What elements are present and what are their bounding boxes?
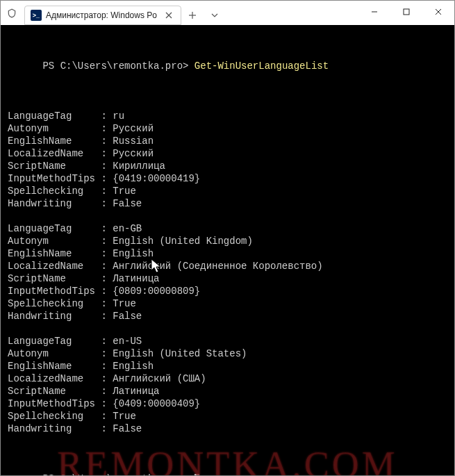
titlebar: >_ Администратор: Windows Po — [1, 1, 454, 25]
close-button[interactable] — [422, 1, 454, 23]
svg-rect-5 — [404, 9, 409, 15]
prompt-prefix: PS C:\Users\remontka.pro> — [42, 60, 194, 72]
prompt-command: Get-WinUserLanguageList — [195, 60, 329, 72]
output-record: LanguageTag : en-GB Autonym : English (U… — [8, 222, 447, 322]
text-cursor — [195, 474, 199, 475]
output-records: LanguageTag : ru Autonym : Русский Engli… — [8, 110, 447, 435]
maximize-button[interactable] — [390, 1, 422, 23]
prompt-prefix: PS C:\Users\remontka.pro> — [42, 473, 194, 475]
window-controls — [358, 1, 454, 25]
window-frame: >_ Администратор: Windows Po — [0, 0, 455, 476]
terminal-content[interactable]: PS C:\Users\remontka.pro> Get-WinUserLan… — [1, 25, 454, 475]
prompt-line-2: PS C:\Users\remontka.pro> — [8, 460, 447, 475]
tab-controls — [181, 6, 226, 25]
tab-title: Администратор: Windows Po — [46, 10, 157, 20]
shield-icon — [6, 8, 17, 19]
tab-powershell[interactable]: >_ Администратор: Windows Po — [24, 6, 181, 25]
minimize-button[interactable] — [358, 1, 390, 23]
prompt-line-1: PS C:\Users\remontka.pro> Get-WinUserLan… — [8, 47, 447, 85]
tab-close-button[interactable] — [164, 10, 174, 20]
tab-dropdown-button[interactable] — [204, 6, 226, 25]
output-record: LanguageTag : ru Autonym : Русский Engli… — [8, 110, 447, 210]
new-tab-button[interactable] — [181, 6, 204, 25]
output-record: LanguageTag : en-US Autonym : English (U… — [8, 335, 447, 435]
powershell-icon: >_ — [31, 10, 42, 21]
